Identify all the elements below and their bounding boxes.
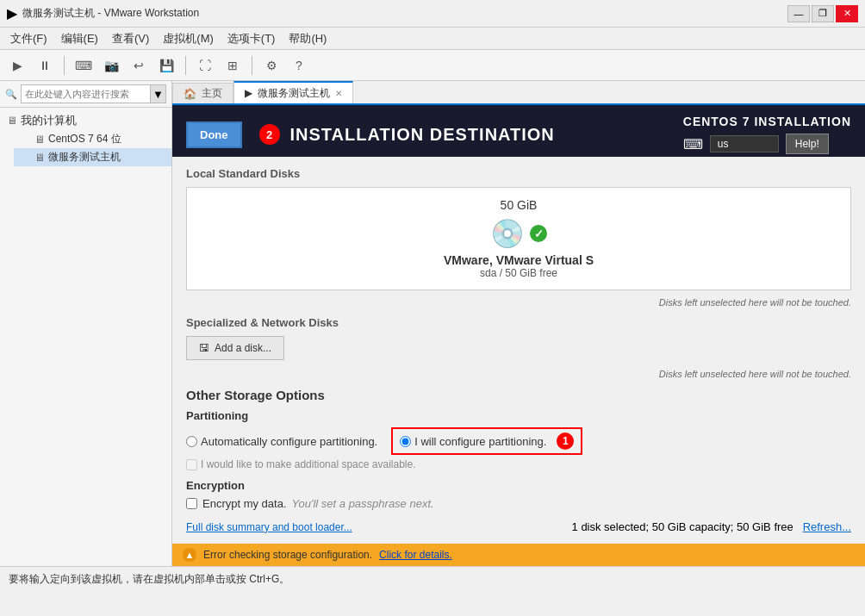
installer-body: Local Standard Disks 50 GiB 💿 ✓ VMware, … bbox=[172, 157, 865, 544]
radio-auto-label[interactable]: Automatically configure partitioning. bbox=[186, 435, 377, 448]
titlebar: ▶ 微服务测试主机 - VMware Workstation — ❐ ✕ bbox=[0, 0, 865, 28]
page-title: INSTALLATION DESTINATION bbox=[290, 125, 555, 145]
menubar: 文件(F) 编辑(E) 查看(V) 虚拟机(M) 选项卡(T) 帮助(H) bbox=[0, 28, 865, 50]
radio-manual-text: I will configure partitioning. bbox=[414, 435, 546, 448]
toolbar-suspend[interactable]: 💾 bbox=[154, 53, 178, 78]
toolbar-full-screen[interactable]: ⛶ bbox=[193, 53, 217, 78]
other-storage-title: Other Storage Options bbox=[186, 388, 851, 402]
menu-view[interactable]: 查看(V) bbox=[105, 29, 156, 48]
menu-help[interactable]: 帮助(H) bbox=[282, 29, 333, 48]
toolbar-help[interactable]: ? bbox=[287, 53, 311, 78]
installer-footer: Full disk summary and boot loader... 1 d… bbox=[186, 520, 851, 533]
full-disk-summary-link[interactable]: Full disk summary and boot loader... bbox=[186, 521, 352, 533]
disk-icon-area: 💿 ✓ bbox=[490, 217, 547, 250]
minimize-button[interactable]: — bbox=[787, 5, 810, 22]
disk-detail: sda / 50 GiB free bbox=[480, 267, 557, 279]
local-disks-notice: Disks left unselected here will not be t… bbox=[186, 297, 851, 308]
partitioning-title: Partitioning bbox=[186, 409, 851, 422]
keyboard-input[interactable] bbox=[710, 135, 779, 152]
app-icon: ▶ bbox=[7, 5, 17, 22]
encrypt-checkbox[interactable] bbox=[186, 498, 197, 509]
sidebar-tree: 🖥 我的计算机 🖥 CentOS 7 64 位 🖥 微服务测试主机 bbox=[0, 108, 171, 566]
sidebar-item-centos[interactable]: 🖥 CentOS 7 64 位 bbox=[14, 130, 171, 148]
add-disk-label: Add a disk... bbox=[215, 342, 271, 354]
sidebar-centos-label: CentOS 7 64 位 bbox=[48, 132, 121, 146]
tab-microservice-label: 微服务测试主机 bbox=[258, 86, 330, 101]
footer-status: 1 disk selected; 50 GiB capacity; 50 GiB… bbox=[572, 520, 851, 533]
statusbar-text: 要将输入定向到该虚拟机，请在虚拟机内部单击或按 Ctrl+G。 bbox=[9, 572, 289, 587]
encryption-section: Encryption Encrypt my data. You'll set a… bbox=[186, 479, 851, 510]
menu-edit[interactable]: 编辑(E) bbox=[54, 29, 105, 48]
help-button[interactable]: Help! bbox=[786, 134, 829, 154]
add-disk-button[interactable]: 🖫 Add a disk... bbox=[186, 336, 284, 360]
menu-vm[interactable]: 虚拟机(M) bbox=[156, 29, 221, 48]
radio-manual[interactable] bbox=[400, 436, 411, 447]
click-for-details-link[interactable]: Click for details. bbox=[379, 549, 452, 561]
radio-auto-text: Automatically configure partitioning. bbox=[201, 435, 377, 448]
toolbar-power-on[interactable]: ▶ bbox=[5, 53, 29, 78]
sidebar-my-computer-label: 我的计算机 bbox=[21, 113, 77, 128]
encrypt-note: You'll set a passphrase next. bbox=[292, 497, 434, 510]
toolbar-sep-3 bbox=[252, 56, 252, 75]
refresh-link[interactable]: Refresh... bbox=[803, 520, 851, 533]
done-button[interactable]: Done bbox=[186, 121, 242, 148]
make-space-row: I would like to make additional space av… bbox=[186, 458, 851, 470]
disk-name: VMware, VMware Virtual S bbox=[444, 253, 594, 267]
footer-status-text: 1 disk selected; 50 GiB capacity; 50 GiB… bbox=[572, 520, 793, 533]
window-title: 微服务测试主机 - VMware Workstation bbox=[22, 6, 787, 21]
encrypt-row: Encrypt my data. You'll set a passphrase… bbox=[186, 497, 851, 510]
maximize-button[interactable]: ❐ bbox=[812, 5, 834, 22]
tab-home[interactable]: 🏠 主页 bbox=[172, 83, 233, 103]
installer-title-area: Done 2 INSTALLATION DESTINATION bbox=[186, 121, 555, 148]
computer-icon: 🖥 bbox=[7, 115, 17, 127]
search-input[interactable] bbox=[21, 84, 151, 103]
sidebar-item-microservice[interactable]: 🖥 微服务测试主机 bbox=[14, 148, 171, 166]
keyboard-area: ⌨ Help! bbox=[683, 134, 851, 154]
sidebar-item-my-computer[interactable]: 🖥 我的计算机 bbox=[0, 111, 171, 130]
tab-home-label: 主页 bbox=[202, 86, 222, 101]
network-disks-section: Specialized & Network Disks 🖫 Add a disk… bbox=[186, 316, 851, 360]
content-area: 🏠 主页 ▶ 微服务测试主机 ✕ Done 2 INSTALLATION DES… bbox=[172, 81, 865, 566]
vm-icon-microservice: 🖥 bbox=[34, 152, 45, 164]
close-button[interactable]: ✕ bbox=[836, 5, 858, 22]
installer-vm: Done 2 INSTALLATION DESTINATION CENTOS 7… bbox=[172, 105, 865, 566]
menu-tabs[interactable]: 选项卡(T) bbox=[221, 29, 283, 48]
disk-card[interactable]: 50 GiB 💿 ✓ VMware, VMware Virtual S sda … bbox=[186, 187, 851, 290]
toolbar-snapshot[interactable]: 📷 bbox=[99, 53, 123, 78]
window-controls[interactable]: — ❐ ✕ bbox=[787, 5, 858, 22]
tab-close-icon[interactable]: ✕ bbox=[335, 89, 342, 98]
radio-auto[interactable] bbox=[186, 436, 197, 447]
installer-right-header: CENTOS 7 INSTALLATION ⌨ Help! bbox=[683, 115, 851, 154]
network-disks-title: Specialized & Network Disks bbox=[186, 316, 851, 329]
vm-icon-centos: 🖥 bbox=[34, 134, 45, 146]
vm-tab-icon: ▶ bbox=[245, 87, 252, 99]
encryption-title: Encryption bbox=[186, 479, 851, 492]
search-dropdown-button[interactable]: ▼ bbox=[151, 84, 166, 103]
toolbar-send-ctrl-alt-del[interactable]: ⌨ bbox=[72, 53, 96, 78]
error-text: Error checking storage configuration. bbox=[203, 549, 372, 561]
disk-drive-icon: 💿 bbox=[490, 217, 525, 250]
partitioning-radio-group: Automatically configure partitioning. I … bbox=[186, 427, 851, 455]
network-disks-notice: Disks left unselected here will not be t… bbox=[186, 369, 851, 379]
menu-file[interactable]: 文件(F) bbox=[3, 29, 54, 48]
step-1-badge: 1 bbox=[557, 432, 574, 450]
other-storage-section: Other Storage Options Partitioning Autom… bbox=[186, 388, 851, 510]
disk-size: 50 GiB bbox=[501, 198, 538, 212]
tabbar: 🏠 主页 ▶ 微服务测试主机 ✕ bbox=[172, 81, 865, 105]
warning-icon: ▲ bbox=[183, 548, 196, 562]
local-disks-title: Local Standard Disks bbox=[186, 167, 851, 180]
step-2-badge: 2 bbox=[259, 124, 280, 145]
home-icon: 🏠 bbox=[184, 88, 196, 100]
radio-manual-label[interactable]: I will configure partitioning. bbox=[400, 435, 546, 448]
toolbar-revert[interactable]: ↩ bbox=[127, 53, 151, 78]
toolbar-pref[interactable]: ⚙ bbox=[259, 53, 283, 78]
toolbar-pause[interactable]: ⏸ bbox=[33, 53, 57, 78]
radio-manual-highlighted[interactable]: I will configure partitioning. 1 bbox=[391, 427, 582, 455]
sidebar-children: 🖥 CentOS 7 64 位 🖥 微服务测试主机 bbox=[0, 130, 171, 166]
toolbar-unity[interactable]: ⊞ bbox=[221, 53, 245, 78]
sidebar-search-bar: 🔍 ▼ bbox=[0, 81, 171, 108]
disk-selected-checkmark: ✓ bbox=[530, 225, 547, 242]
tab-microservice[interactable]: ▶ 微服务测试主机 ✕ bbox=[233, 81, 353, 103]
installer-header: Done 2 INSTALLATION DESTINATION CENTOS 7… bbox=[172, 105, 865, 157]
make-space-text: I would like to make additional space av… bbox=[201, 458, 415, 470]
